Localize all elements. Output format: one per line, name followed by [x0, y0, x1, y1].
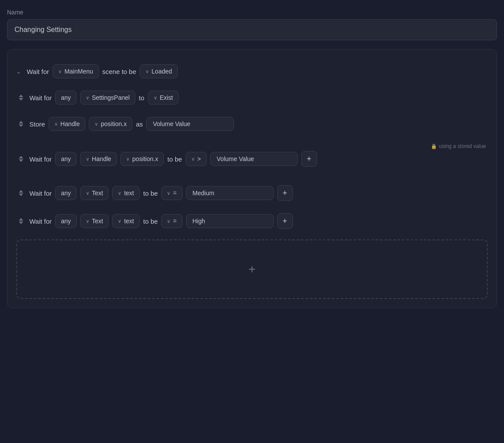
- step3-property-value: position.x: [101, 120, 127, 127]
- step-1-row: ⌄ Wait for ∨ MainMenu scene to be ∨ Load…: [16, 58, 488, 84]
- step5-component-chevron: ∨: [86, 190, 89, 196]
- step3-arrow-up[interactable]: [19, 121, 23, 123]
- step4-arrow-up[interactable]: [19, 156, 23, 158]
- step6-arrow-up[interactable]: [19, 218, 23, 221]
- step5-arrow-up[interactable]: [19, 190, 23, 193]
- name-label: Name: [7, 9, 497, 16]
- add-step-plus-icon: +: [248, 262, 255, 276]
- step2-label: Wait for: [29, 94, 52, 102]
- step4-operator-dropdown[interactable]: ∨ >: [186, 152, 207, 166]
- step3-property-chevron: ∨: [95, 121, 98, 127]
- step2-condition-chevron: ∨: [154, 95, 157, 101]
- step5-operator-chevron: ∨: [167, 190, 170, 196]
- step5-plus-button[interactable]: +: [277, 185, 293, 201]
- steps-container: ⌄ Wait for ∨ MainMenu scene to be ∨ Load…: [7, 49, 497, 308]
- step4-operator-chevron: ∨: [191, 156, 195, 162]
- step1-middle-text: scene to be: [102, 68, 137, 75]
- step1-label: Wait for: [27, 68, 49, 75]
- step6-component-value: Text: [92, 218, 103, 225]
- step3-property-dropdown[interactable]: ∨ position.x: [89, 117, 132, 131]
- step4-plus-button[interactable]: +: [301, 151, 317, 167]
- step2-component-value: SettingsPanel: [92, 94, 130, 101]
- step4-value-input[interactable]: Volume Value: [210, 152, 298, 166]
- step6-operator-value: =: [173, 218, 176, 225]
- step2-arrows[interactable]: [16, 95, 26, 101]
- step6-property-dropdown[interactable]: ∨ text: [112, 214, 140, 228]
- step6-property-chevron: ∨: [118, 218, 121, 224]
- step3-type-dropdown[interactable]: ∨ Handle: [49, 117, 85, 131]
- step-4-wrapper: 🔒 using a stored value Wait for any ∨ Ha…: [16, 137, 488, 179]
- add-step-box[interactable]: +: [16, 239, 488, 299]
- step6-operator-chevron: ∨: [167, 218, 170, 224]
- step6-arrows[interactable]: [16, 218, 26, 224]
- step4-label: Wait for: [29, 155, 52, 163]
- step4-property-dropdown[interactable]: ∨ position.x: [120, 152, 164, 166]
- step2-quantity-dropdown[interactable]: any: [55, 91, 77, 105]
- step4-arrows[interactable]: [16, 156, 26, 162]
- step5-property-chevron: ∨: [118, 190, 121, 196]
- step2-to-text: to: [139, 94, 145, 102]
- step4-hint-row: 🔒 using a stored value: [16, 143, 488, 149]
- step2-quantity-value: any: [61, 94, 71, 101]
- step2-component-chevron: ∨: [86, 95, 89, 101]
- step6-tobe-text: to be: [143, 218, 158, 225]
- step1-state-chevron: ∨: [145, 69, 149, 74]
- step5-component-value: Text: [92, 190, 103, 197]
- step3-as-text: as: [136, 120, 143, 128]
- step2-arrow-up[interactable]: [19, 95, 23, 97]
- step4-component-dropdown[interactable]: ∨ Handle: [80, 152, 117, 166]
- step6-component-dropdown[interactable]: ∨ Text: [80, 214, 109, 228]
- step4-tobe-text: to be: [167, 155, 182, 163]
- step2-condition-value: Exist: [160, 94, 173, 101]
- step1-state-dropdown[interactable]: ∨ Loaded: [140, 64, 178, 78]
- step5-label: Wait for: [29, 190, 52, 197]
- step1-scene-dropdown[interactable]: ∨ MainMenu: [53, 64, 99, 78]
- step-2-row: Wait for any ∨ SettingsPanel to ∨ Exist: [16, 84, 488, 111]
- step6-quantity-dropdown[interactable]: any: [55, 214, 77, 228]
- step2-arrow-down[interactable]: [19, 98, 23, 101]
- step3-arrow-down[interactable]: [19, 124, 23, 127]
- step2-component-dropdown[interactable]: ∨ SettingsPanel: [80, 91, 135, 105]
- step6-value-input[interactable]: High: [186, 214, 274, 228]
- step-6-row: Wait for any ∨ Text ∨ text to be ∨ = Hig…: [16, 207, 488, 235]
- step5-property-dropdown[interactable]: ∨ text: [112, 186, 140, 200]
- step3-arrows[interactable]: [16, 121, 26, 127]
- step-4-row: Wait for any ∨ Handle ∨ position.x to be…: [16, 151, 488, 173]
- step6-component-chevron: ∨: [86, 218, 89, 224]
- step6-label: Wait for: [29, 218, 52, 225]
- step5-operator-value: =: [173, 190, 176, 197]
- step1-collapse-icon[interactable]: ⌄: [16, 68, 23, 75]
- lock-icon: 🔒: [431, 144, 437, 149]
- step4-stored-hint: 🔒 using a stored value: [431, 143, 486, 149]
- step3-label: Store: [29, 120, 45, 128]
- step5-value-input[interactable]: Medium: [186, 186, 274, 200]
- step5-tobe-text: to be: [143, 190, 158, 197]
- step6-plus-button[interactable]: +: [277, 213, 293, 229]
- name-input[interactable]: [7, 19, 497, 40]
- step4-component-value: Handle: [92, 155, 111, 162]
- step1-scene-chevron: ∨: [58, 69, 62, 74]
- step4-property-value: position.x: [132, 155, 158, 162]
- step5-component-dropdown[interactable]: ∨ Text: [80, 186, 109, 200]
- step1-state-value: Loaded: [152, 68, 172, 75]
- step3-type-chevron: ∨: [54, 121, 58, 127]
- step4-quantity-value: any: [61, 155, 71, 162]
- step5-arrow-down[interactable]: [19, 193, 23, 196]
- step3-value-input[interactable]: Volume Value: [146, 117, 234, 131]
- step5-quantity-value: any: [61, 190, 71, 197]
- step6-property-value: text: [124, 218, 134, 225]
- step5-operator-dropdown[interactable]: ∨ =: [161, 186, 182, 200]
- step1-scene-value: MainMenu: [64, 68, 93, 75]
- step5-arrows[interactable]: [16, 190, 26, 196]
- step-5-row: Wait for any ∨ Text ∨ text to be ∨ = Med…: [16, 179, 488, 207]
- step4-quantity-dropdown[interactable]: any: [55, 152, 77, 166]
- step5-quantity-dropdown[interactable]: any: [55, 186, 77, 200]
- step4-arrow-down[interactable]: [19, 159, 23, 162]
- step3-type-value: Handle: [60, 120, 80, 127]
- step6-quantity-value: any: [61, 218, 71, 225]
- step2-condition-dropdown[interactable]: ∨ Exist: [148, 91, 179, 105]
- step6-arrow-down[interactable]: [19, 222, 23, 224]
- step4-property-chevron: ∨: [126, 156, 130, 162]
- step6-operator-dropdown[interactable]: ∨ =: [161, 214, 182, 228]
- step5-property-value: text: [124, 190, 134, 197]
